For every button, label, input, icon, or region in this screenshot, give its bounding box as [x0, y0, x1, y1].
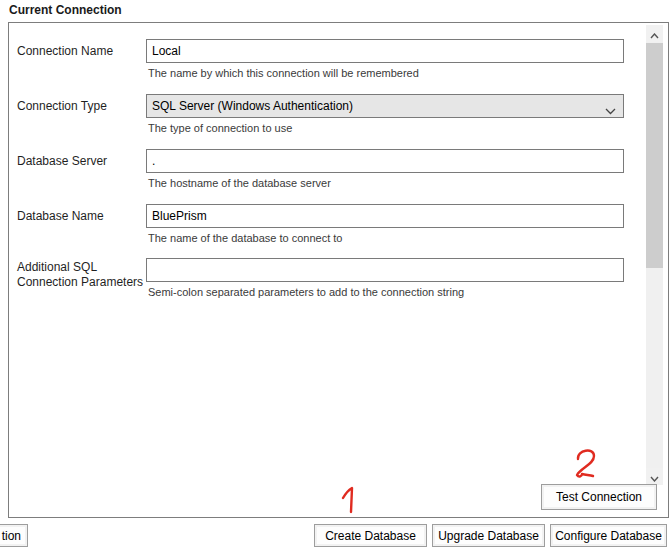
connection-type-help: The type of connection to use [148, 122, 292, 134]
additional-sql-parameters-input[interactable] [146, 258, 624, 282]
chevron-down-icon [605, 104, 616, 118]
scrollbar-down-button[interactable] [646, 468, 663, 485]
database-server-input[interactable] [146, 149, 624, 173]
connection-type-label: Connection Type [17, 99, 145, 114]
database-server-help: The hostname of the database server [148, 177, 331, 189]
vertical-scrollbar[interactable] [646, 25, 663, 485]
database-name-label: Database Name [17, 209, 145, 224]
database-name-input[interactable] [146, 204, 624, 228]
chevron-up-icon [650, 25, 659, 43]
connection-type-select[interactable]: SQL Server (Windows Authentication) [146, 94, 624, 118]
test-connection-button[interactable]: Test Connection [541, 484, 657, 510]
additional-sql-parameters-label: Additional SQL Connection Parameters [17, 260, 145, 290]
database-name-help: The name of the database to connect to [148, 232, 342, 244]
connection-name-help: The name by which this connection will b… [148, 67, 419, 79]
current-connection-groupbox: Connection Name The name by which this c… [8, 22, 669, 518]
additional-sql-parameters-help: Semi-colon separated parameters to add t… [148, 286, 464, 298]
database-server-label: Database Server [17, 154, 145, 169]
annotation-digit-2: 2 [572, 446, 606, 482]
connection-name-input[interactable] [146, 39, 624, 63]
clipped-left-button[interactable]: tion [0, 524, 28, 547]
connection-type-selected-value: SQL Server (Windows Authentication) [152, 99, 353, 113]
scrollbar-thumb[interactable] [646, 43, 663, 268]
scrollbar-up-button[interactable] [646, 25, 663, 42]
annotation-digit-1: 1 [334, 484, 366, 516]
connection-name-label: Connection Name [17, 44, 145, 59]
create-database-button[interactable]: Create Database [314, 524, 427, 547]
chevron-down-icon [650, 468, 659, 486]
groupbox-title: Current Connection [9, 3, 122, 17]
configure-database-button[interactable]: Configure Database [550, 524, 667, 547]
upgrade-database-button[interactable]: Upgrade Database [432, 524, 545, 547]
